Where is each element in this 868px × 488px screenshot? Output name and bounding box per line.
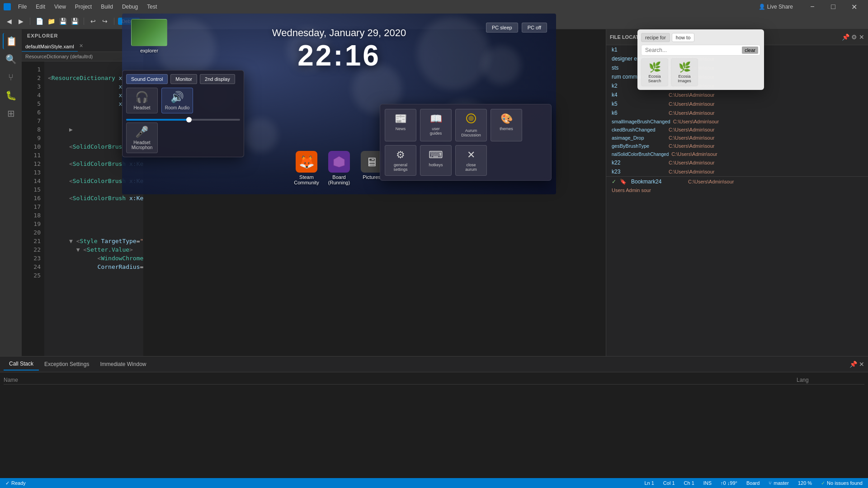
bookmark-item-k6[interactable]: k6 C:\Users\Admin\sour — [606, 108, 868, 117]
panel-tab-immediate[interactable]: Immediate Window — [94, 358, 151, 370]
activity-git[interactable]: ⑂ — [3, 69, 19, 85]
panel-pin-icon[interactable]: 📌 — [849, 361, 857, 368]
activity-search[interactable]: 🔍 — [3, 51, 19, 67]
headset-mic-icon: 🎤 — [135, 126, 149, 138]
live-share-btn[interactable]: 👤 Live Share — [753, 4, 798, 10]
back-btn[interactable]: ◀ — [4, 16, 14, 27]
app-news[interactable]: 📰 News — [385, 109, 416, 141]
app-aurum-discussion[interactable]: AurumDiscussion — [455, 109, 487, 141]
app-general-settings[interactable]: ⚙ generalsettings — [385, 145, 416, 176]
audio-slider-row — [126, 117, 240, 122]
sidebar-tab-close[interactable]: × — [80, 42, 83, 52]
2nd-display-btn[interactable]: 2nd display — [200, 74, 235, 84]
browser-ecosia-search[interactable]: 🌿 Ecosia Search — [641, 58, 668, 86]
save-all-btn[interactable]: 💾 — [69, 16, 80, 27]
panel-tab-callstack[interactable]: Call Stack — [4, 358, 39, 371]
activity-bar: 📋 🔍 ⑂ 🐛 ⊞ — [0, 29, 22, 356]
right-panel-settings[interactable]: ⚙ — [851, 33, 857, 41]
aurum-discussion-label: AurumDiscussion — [461, 128, 481, 137]
browser-search-input[interactable] — [643, 46, 742, 54]
steam-icon: 🦊 — [296, 151, 317, 173]
bookmark-item-k23[interactable]: k23 C:\Users\Admin\sour — [606, 167, 868, 176]
bookmark-item-cked[interactable]: ckedBrushChanged C:\Users\Admin\sour — [606, 126, 868, 134]
pc-off-btn[interactable]: PC off — [522, 29, 547, 33]
bookmark-item-asimage[interactable]: asimage_Drop C:\Users\Admin\sour — [606, 134, 868, 142]
minimize-btn[interactable]: − — [802, 0, 823, 14]
menu-file[interactable]: File — [14, 3, 30, 11]
status-issues[interactable]: ✓ No issues found — [819, 480, 864, 486]
app-user-guides[interactable]: 📖 userguides — [420, 109, 452, 141]
sidebar-tab-file[interactable]: defaultMainStyle.xaml — [22, 42, 78, 52]
status-ch[interactable]: Ch 1 — [682, 480, 696, 486]
bm-name-nalSolid: nalSolidColorBrushChanged — [612, 152, 669, 157]
browser-tab-recipe[interactable]: recipe for — [641, 33, 670, 42]
forward-btn[interactable]: ▶ — [15, 16, 26, 27]
status-zoom[interactable]: 120 % — [796, 480, 814, 486]
browser-ecosia-images[interactable]: 🌿 Ecosia Images — [671, 58, 698, 86]
headset-device[interactable]: 🎧 Headset — [126, 88, 158, 113]
right-panel-close[interactable]: ✕ — [859, 33, 864, 41]
menu-debug[interactable]: Debug — [118, 3, 142, 11]
monitor-btn[interactable]: Monitor — [170, 74, 197, 84]
bookmark-item-bookmark24[interactable]: ✓ 🔖 Bookmark24 C:\Users\Admin\sour — [606, 176, 868, 186]
ready-label: Ready — [11, 480, 26, 486]
status-board[interactable]: Board — [745, 480, 761, 486]
bookmark-item-k4[interactable]: k4 C:\Users\Admin\sour — [606, 90, 868, 99]
browser-search-clear[interactable]: clear — [742, 47, 758, 54]
status-ins[interactable]: INS — [702, 480, 713, 486]
bookmark-item-gesBy[interactable]: gesByBrushType C:\Users\Admin\sour — [606, 142, 868, 150]
sound-control-btn[interactable]: Sound Control — [126, 74, 168, 84]
open-btn[interactable]: 📁 — [46, 16, 57, 27]
headset-mic-device[interactable]: 🎤 HeadsetMicrophon — [126, 122, 158, 153]
activity-explorer[interactable]: 📋 — [3, 33, 19, 49]
app-close-aurum[interactable]: ✕ closeaurum — [455, 145, 487, 176]
right-panel-pin[interactable]: 📌 — [842, 33, 849, 41]
menu-view[interactable]: View — [51, 3, 70, 11]
panel-tab-exceptions[interactable]: Exception Settings — [39, 358, 94, 370]
close-btn[interactable]: ✕ — [844, 0, 864, 14]
menu-build[interactable]: Build — [97, 3, 117, 11]
audio-slider[interactable] — [126, 119, 240, 121]
menu-project[interactable]: Project — [71, 3, 95, 11]
new-file-btn[interactable]: 📄 — [34, 16, 45, 27]
app-hotkeys[interactable]: ⌨ hotkeys — [420, 145, 452, 176]
activity-debug[interactable]: 🐛 — [3, 87, 19, 103]
activity-extensions[interactable]: ⊞ — [3, 105, 19, 122]
bookmark-item-k5[interactable]: k5 C:\Users\Admin\sour — [606, 99, 868, 108]
toolbar-sep-1 — [30, 18, 30, 25]
undo-btn[interactable]: ↩ — [88, 16, 99, 27]
room-audio-device[interactable]: 🔊 Room Audio — [161, 88, 193, 113]
bm-name-bookmark24: Bookmark24 — [631, 178, 685, 185]
news-label: News — [396, 127, 406, 131]
status-col[interactable]: Col 1 — [661, 480, 677, 486]
save-btn[interactable]: 💾 — [57, 16, 68, 27]
desktop-icon-steam[interactable]: 🦊 SteamCommunity — [293, 151, 320, 185]
bookmark-item-small-image[interactable]: smallImageBrushChanged C:\Users\Admin\so… — [606, 117, 868, 126]
panel-tabs: Call Stack Exception Settings Immediate … — [0, 357, 868, 372]
menu-edit[interactable]: Edit — [32, 3, 49, 11]
pc-sleep-btn[interactable]: PC sleep — [486, 29, 518, 33]
clock-section: Wednesday, January 29, 2020 22:16 — [272, 29, 406, 72]
app-themes[interactable]: 🎨 themes — [491, 109, 522, 141]
menu-bar: File Edit View Project Build Debug Test — [14, 3, 160, 11]
news-icon: 📰 — [395, 113, 407, 125]
explorer-icon[interactable]: explorer — [144, 29, 167, 53]
maximize-btn[interactable]: □ — [823, 0, 844, 14]
status-ready[interactable]: ✓ Ready — [4, 480, 28, 486]
audio-slider-thumb[interactable] — [186, 117, 192, 122]
explorer-label: explorer — [144, 48, 158, 53]
panel-close-icon[interactable]: ✕ — [859, 361, 864, 368]
browser-tab-howto[interactable]: how to — [672, 33, 694, 42]
bm-path-nalSolid: C:\Users\Admin\sour — [671, 151, 863, 157]
bm-path-asimage: C:\Users\Admin\sour — [669, 135, 863, 141]
menu-test[interactable]: Test — [143, 3, 160, 11]
bookmark-item-nalSolid[interactable]: nalSolidColorBrushChanged C:\Users\Admin… — [606, 150, 868, 158]
status-ln[interactable]: Ln 1 — [642, 480, 656, 486]
status-arrows[interactable]: ↑0 ↓99° — [719, 480, 739, 486]
bookmark-item-k22[interactable]: k22 C:\Users\Admin\sour — [606, 158, 868, 167]
redo-btn[interactable]: ↪ — [99, 16, 110, 27]
bookmark-item-users-admin[interactable]: Users Admin sour — [606, 186, 868, 194]
status-git[interactable]: ⑂ master — [767, 480, 791, 486]
desktop-icon-board[interactable]: Board(Running) — [326, 151, 353, 185]
app-grid-popup: 📰 News 📖 userguides AurumDiscussion 🎨 th… — [380, 104, 552, 181]
